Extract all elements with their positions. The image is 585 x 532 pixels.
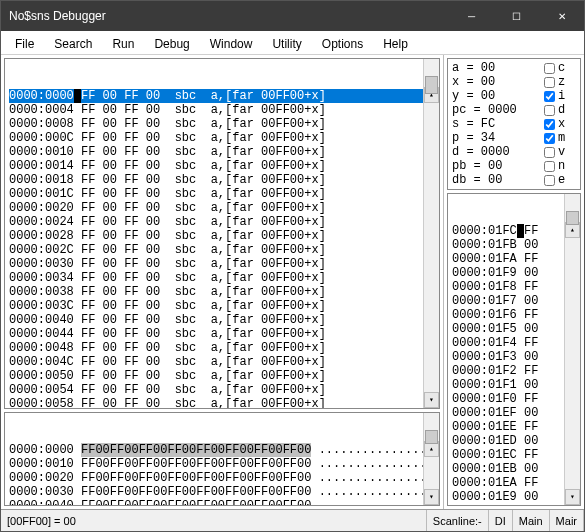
menu-search[interactable]: Search	[46, 35, 100, 50]
flag-c[interactable]: c	[544, 61, 576, 75]
flag-checkbox-n[interactable]	[544, 161, 555, 172]
disasm-row[interactable]: 0000:0030 FF 00 FF 00 sbc a,[far 00FF00+…	[9, 257, 435, 271]
flag-m[interactable]: m	[544, 131, 576, 145]
disasm-row[interactable]: 0000:0050 FF 00 FF 00 sbc a,[far 00FF00+…	[9, 369, 435, 383]
stack-row[interactable]: 0000:01E9 00	[452, 490, 576, 504]
disassembly-pane[interactable]: 0000:0000 FF 00 FF 00 sbc a,[far 00FF00+…	[4, 58, 440, 409]
reg-x[interactable]: x = 00	[452, 75, 544, 89]
menu-options[interactable]: Options	[314, 35, 371, 50]
reg-pb[interactable]: pb = 00	[452, 159, 544, 173]
scroll-down-icon[interactable]: ▾	[565, 489, 580, 505]
disasm-row[interactable]: 0000:0010 FF 00 FF 00 sbc a,[far 00FF00+…	[9, 145, 435, 159]
stack-row[interactable]: 0000:01F3 00	[452, 350, 576, 364]
disasm-row[interactable]: 0000:0048 FF 00 FF 00 sbc a,[far 00FF00+…	[9, 341, 435, 355]
menu-window[interactable]: Window	[202, 35, 261, 50]
disasm-row[interactable]: 0000:004C FF 00 FF 00 sbc a,[far 00FF00+…	[9, 355, 435, 369]
menu-utility[interactable]: Utility	[264, 35, 309, 50]
scrollbar[interactable]: ▴ ▾	[564, 194, 580, 505]
disasm-row[interactable]: 0000:0004 FF 00 FF 00 sbc a,[far 00FF00+…	[9, 103, 435, 117]
stack-row[interactable]: 0000:01F1 00	[452, 378, 576, 392]
stack-row[interactable]: 0000:01EA FF	[452, 476, 576, 490]
disasm-row[interactable]: 0000:001C FF 00 FF 00 sbc a,[far 00FF00+…	[9, 187, 435, 201]
hex-row[interactable]: 0000:0010 FF00FF00FF00FF00FF00FF00FF00FF…	[9, 457, 435, 471]
stack-row[interactable]: 0000:01F0 FF	[452, 392, 576, 406]
disasm-row[interactable]: 0000:0038 FF 00 FF 00 sbc a,[far 00FF00+…	[9, 285, 435, 299]
hex-row[interactable]: 0000:0000 FF00FF00FF00FF00FF00FF00FF00FF…	[9, 443, 435, 457]
hex-pane[interactable]: 0000:0000 FF00FF00FF00FF00FF00FF00FF00FF…	[4, 412, 440, 506]
reg-d[interactable]: d = 0000	[452, 145, 544, 159]
flag-checkbox-x[interactable]	[544, 119, 555, 130]
disasm-row[interactable]: 0000:0000 FF 00 FF 00 sbc a,[far 00FF00+…	[9, 89, 435, 103]
hex-row[interactable]: 0000:0020 FF00FF00FF00FF00FF00FF00FF00FF…	[9, 471, 435, 485]
disasm-row[interactable]: 0000:0028 FF 00 FF 00 sbc a,[far 00FF00+…	[9, 229, 435, 243]
disasm-row[interactable]: 0000:003C FF 00 FF 00 sbc a,[far 00FF00+…	[9, 299, 435, 313]
reg-a[interactable]: a = 00	[452, 61, 544, 75]
disasm-row[interactable]: 0000:0018 FF 00 FF 00 sbc a,[far 00FF00+…	[9, 173, 435, 187]
stack-row[interactable]: 0000:01EC FF	[452, 448, 576, 462]
register-pane[interactable]: a = 00x = 00y = 00pc = 0000s = FCp = 34d…	[447, 58, 581, 190]
flag-d[interactable]: d	[544, 103, 576, 117]
flag-checkbox-d[interactable]	[544, 105, 555, 116]
flag-checkbox-v[interactable]	[544, 147, 555, 158]
close-button[interactable]: ✕	[539, 1, 584, 31]
status-left: [00FF00] = 00	[1, 510, 427, 531]
flag-x[interactable]: x	[544, 117, 576, 131]
stack-row[interactable]: 0000:01FB 00	[452, 238, 576, 252]
scrollbar[interactable]: ▴ ▾	[423, 59, 439, 408]
flag-checkbox-m[interactable]	[544, 133, 555, 144]
stack-row[interactable]: 0000:01F6 FF	[452, 308, 576, 322]
stack-row[interactable]: 0000:01EE FF	[452, 420, 576, 434]
menu-help[interactable]: Help	[375, 35, 416, 50]
scroll-down-icon[interactable]: ▾	[424, 489, 439, 505]
stack-row[interactable]: 0000:01F5 00	[452, 322, 576, 336]
hex-row[interactable]: 0000:0030 FF00FF00FF00FF00FF00FF00FF00FF…	[9, 485, 435, 499]
stack-row[interactable]: 0000:01EF 00	[452, 406, 576, 420]
disasm-row[interactable]: 0000:0008 FF 00 FF 00 sbc a,[far 00FF00+…	[9, 117, 435, 131]
reg-p[interactable]: p = 34	[452, 131, 544, 145]
flag-checkbox-c[interactable]	[544, 63, 555, 74]
menu-run[interactable]: Run	[104, 35, 142, 50]
flag-e[interactable]: e	[544, 173, 576, 187]
disasm-row[interactable]: 0000:0040 FF 00 FF 00 sbc a,[far 00FF00+…	[9, 313, 435, 327]
menu-debug[interactable]: Debug	[146, 35, 197, 50]
scroll-down-icon[interactable]: ▾	[424, 392, 439, 408]
disasm-row[interactable]: 0000:0024 FF 00 FF 00 sbc a,[far 00FF00+…	[9, 215, 435, 229]
disasm-row[interactable]: 0000:000C FF 00 FF 00 sbc a,[far 00FF00+…	[9, 131, 435, 145]
maximize-button[interactable]: ☐	[494, 1, 539, 31]
window-title: No$sns Debugger	[9, 9, 449, 23]
stack-row[interactable]: 0000:01EB 00	[452, 462, 576, 476]
minimize-button[interactable]: ─	[449, 1, 494, 31]
stack-row[interactable]: 0000:01ED 00	[452, 434, 576, 448]
disasm-row[interactable]: 0000:0020 FF 00 FF 00 sbc a,[far 00FF00+…	[9, 201, 435, 215]
disasm-row[interactable]: 0000:0014 FF 00 FF 00 sbc a,[far 00FF00+…	[9, 159, 435, 173]
stack-pane[interactable]: 0000:01FC FF0000:01FB 000000:01FA FF0000…	[447, 193, 581, 506]
menu-file[interactable]: File	[7, 35, 42, 50]
stack-row[interactable]: 0000:01E8 FF	[452, 504, 576, 506]
disasm-row[interactable]: 0000:002C FF 00 FF 00 sbc a,[far 00FF00+…	[9, 243, 435, 257]
disasm-row[interactable]: 0000:0034 FF 00 FF 00 sbc a,[far 00FF00+…	[9, 271, 435, 285]
flag-checkbox-z[interactable]	[544, 77, 555, 88]
stack-row[interactable]: 0000:01FA FF	[452, 252, 576, 266]
disasm-row[interactable]: 0000:0058 FF 00 FF 00 sbc a,[far 00FF00+…	[9, 397, 435, 409]
reg-y[interactable]: y = 00	[452, 89, 544, 103]
stack-row[interactable]: 0000:01F9 00	[452, 266, 576, 280]
flag-n[interactable]: n	[544, 159, 576, 173]
titlebar[interactable]: No$sns Debugger ─ ☐ ✕	[1, 1, 584, 31]
reg-s[interactable]: s = FC	[452, 117, 544, 131]
stack-row[interactable]: 0000:01F8 FF	[452, 280, 576, 294]
hex-row[interactable]: 0000:0040 FF00FF00FF00FF00FF00FF00FF00FF…	[9, 499, 435, 506]
flag-i[interactable]: i	[544, 89, 576, 103]
flag-z[interactable]: z	[544, 75, 576, 89]
flag-checkbox-e[interactable]	[544, 175, 555, 186]
disasm-row[interactable]: 0000:0054 FF 00 FF 00 sbc a,[far 00FF00+…	[9, 383, 435, 397]
stack-row[interactable]: 0000:01F2 FF	[452, 364, 576, 378]
stack-row[interactable]: 0000:01FC FF	[452, 224, 576, 238]
flag-checkbox-i[interactable]	[544, 91, 555, 102]
stack-row[interactable]: 0000:01F4 FF	[452, 336, 576, 350]
flag-v[interactable]: v	[544, 145, 576, 159]
reg-pc[interactable]: pc = 0000	[452, 103, 544, 117]
disasm-row[interactable]: 0000:0044 FF 00 FF 00 sbc a,[far 00FF00+…	[9, 327, 435, 341]
reg-db[interactable]: db = 00	[452, 173, 544, 187]
stack-row[interactable]: 0000:01F7 00	[452, 294, 576, 308]
scrollbar[interactable]: ▴ ▾	[423, 413, 439, 505]
